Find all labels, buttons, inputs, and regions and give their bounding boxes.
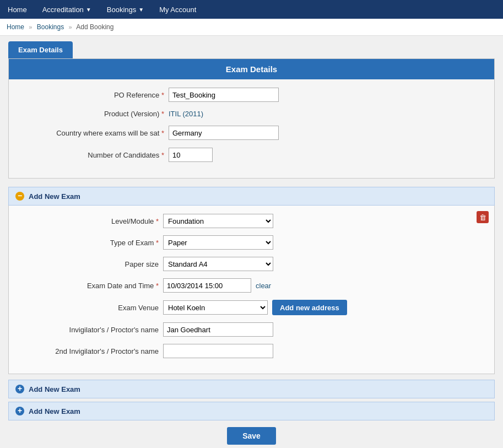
add-exam-label-1: Add New Exam (29, 385, 80, 393)
nav-bar: Home Accreditation ▼ Bookings ▼ My Accou… (0, 0, 503, 19)
candidates-required: * (159, 151, 164, 159)
minus-icon: − (15, 192, 24, 201)
save-button[interactable]: Save (227, 427, 276, 445)
add-exam-bar-2-wrapper: + Add New Exam (8, 402, 495, 420)
invigilator-row: Invigilator's / Proctor's name (14, 322, 489, 337)
product-required: * (159, 110, 164, 118)
add-exam-bar-1-wrapper: + Add New Exam (8, 380, 495, 398)
po-required: * (159, 91, 164, 99)
level-label: Level/Module * (14, 217, 163, 225)
nav-accreditation[interactable]: Accreditation ▼ (35, 0, 99, 19)
add-exam-expanded-label: Add New Exam (29, 192, 80, 201)
exam-details-section: Exam Details PO Reference * Product (Ver… (8, 58, 495, 179)
plus-icon-1: + (15, 385, 24, 393)
po-reference-label: PO Reference * (14, 91, 169, 99)
bookings-arrow-icon: ▼ (138, 7, 144, 13)
paper-size-label: Paper size (14, 260, 163, 268)
nav-home-label: Home (8, 6, 27, 14)
breadcrumb-sep-1: » (29, 24, 32, 30)
candidates-label: Number of Candidates * (14, 151, 169, 159)
tab-exam-details-label: Exam Details (18, 46, 63, 54)
add-exam-label-2: Add New Exam (29, 407, 80, 415)
add-exam-toggle-expanded[interactable]: − Add New Exam (8, 187, 495, 206)
breadcrumb: Home » Bookings » Add Booking (0, 19, 503, 36)
nav-account[interactable]: My Account (152, 0, 204, 19)
accreditation-arrow-icon: ▼ (86, 7, 91, 13)
breadcrumb-bookings[interactable]: Bookings (37, 23, 64, 31)
product-link[interactable]: ITIL (2011) (169, 110, 203, 118)
candidates-input[interactable] (169, 148, 213, 162)
paper-size-row: Paper size Standard A4 Letter (14, 257, 489, 271)
add-exam-toggle-2[interactable]: + Add New Exam (8, 402, 495, 420)
type-row: Type of Exam * Paper Online (14, 235, 489, 250)
tab-bar: Exam Details (8, 41, 495, 58)
country-required: * (159, 129, 164, 137)
paper-size-select[interactable]: Standard A4 Letter (163, 257, 273, 271)
nav-bookings-label: Bookings (107, 6, 136, 14)
breadcrumb-home[interactable]: Home (7, 23, 24, 31)
add-exam-toggle-1[interactable]: + Add New Exam (8, 380, 495, 398)
main-content: Exam Details Exam Details PO Reference *… (0, 36, 503, 448)
venue-row: Exam Venue Hotel Koeln Add new address (14, 300, 489, 315)
invigilator-label: Invigilator's / Proctor's name (14, 326, 163, 334)
exam-details-form: PO Reference * Product (Version) * ITIL … (9, 79, 494, 178)
country-row: Country where exams will be sat * (14, 126, 489, 140)
nav-home[interactable]: Home (0, 0, 35, 19)
section-title: Exam Details (9, 59, 494, 79)
date-input[interactable] (163, 278, 251, 293)
exam-entry: Level/Module * Foundation Practitioner I… (8, 206, 495, 374)
nav-accreditation-label: Accreditation (42, 6, 84, 14)
plus-icon-2: + (15, 407, 24, 415)
breadcrumb-current: Add Booking (76, 23, 113, 31)
country-input[interactable] (169, 126, 279, 140)
add-address-button[interactable]: Add new address (272, 300, 347, 315)
product-label: Product (Version) * (14, 110, 169, 118)
po-reference-row: PO Reference * (14, 88, 489, 102)
save-area: Save (8, 420, 495, 448)
invigilator2-row: 2nd Invigilator's / Proctor's name (14, 344, 489, 358)
breadcrumb-sep-2: » (69, 24, 72, 30)
nav-bookings[interactable]: Bookings ▼ (99, 0, 152, 19)
clear-date-link[interactable]: clear (256, 282, 271, 290)
invigilator2-input[interactable] (163, 344, 273, 358)
date-row: Exam Date and Time * clear (14, 278, 489, 293)
type-select[interactable]: Paper Online (163, 235, 273, 250)
level-select[interactable]: Foundation Practitioner Intermediate Exp… (163, 214, 273, 228)
nav-account-label: My Account (159, 6, 196, 14)
country-label: Country where exams will be sat * (14, 129, 169, 137)
venue-select[interactable]: Hotel Koeln (163, 300, 268, 315)
level-row: Level/Module * Foundation Practitioner I… (14, 214, 489, 228)
date-label: Exam Date and Time * (14, 282, 163, 290)
product-row: Product (Version) * ITIL (2011) (14, 110, 489, 118)
po-reference-input[interactable] (169, 88, 279, 102)
delete-exam-button[interactable] (477, 211, 489, 223)
invigilator-input[interactable] (163, 322, 273, 337)
type-label: Type of Exam * (14, 239, 163, 247)
tab-exam-details[interactable]: Exam Details (8, 41, 73, 58)
invigilator2-label: 2nd Invigilator's / Proctor's name (14, 347, 163, 355)
candidates-row: Number of Candidates * (14, 148, 489, 162)
venue-label: Exam Venue (14, 304, 163, 312)
